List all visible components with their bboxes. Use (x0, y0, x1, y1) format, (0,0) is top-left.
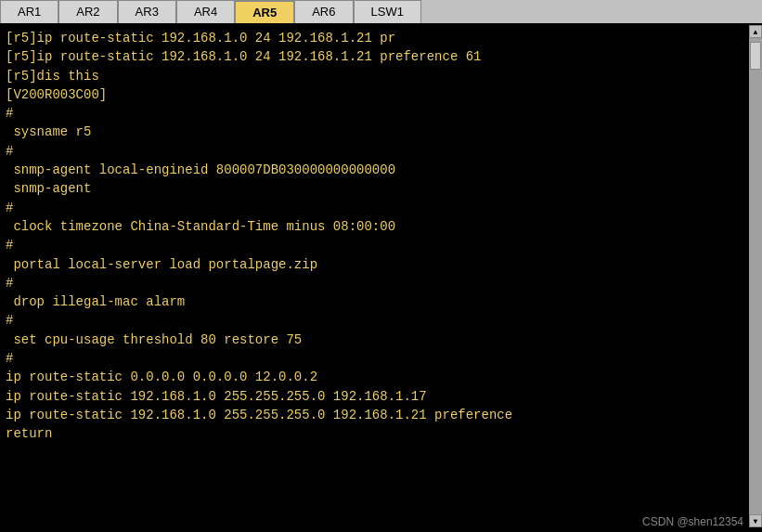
tab-ar3[interactable]: AR3 (118, 0, 176, 23)
scrollbar-down-button[interactable]: ▼ (749, 514, 762, 527)
tab-ar4[interactable]: AR4 (176, 0, 235, 23)
tab-ar2[interactable]: AR2 (58, 0, 117, 23)
tab-bar: AR1 AR2 AR3 AR4 AR5 AR6 LSW1 (0, 0, 762, 25)
tab-ar5[interactable]: AR5 (235, 0, 294, 23)
scrollbar[interactable]: ▲ ▼ (749, 25, 762, 527)
scrollbar-up-button[interactable]: ▲ (749, 25, 762, 38)
status-bar: CSDN @shen12354 (642, 515, 743, 528)
terminal-output: [r5]ip route-static 192.168.1.0 24 192.1… (0, 25, 749, 527)
scrollbar-thumb[interactable] (750, 42, 761, 70)
tab-lsw1[interactable]: LSW1 (354, 0, 421, 23)
scrollbar-track[interactable] (749, 38, 762, 514)
tab-ar6[interactable]: AR6 (294, 0, 353, 23)
tab-ar1[interactable]: AR1 (0, 0, 58, 23)
